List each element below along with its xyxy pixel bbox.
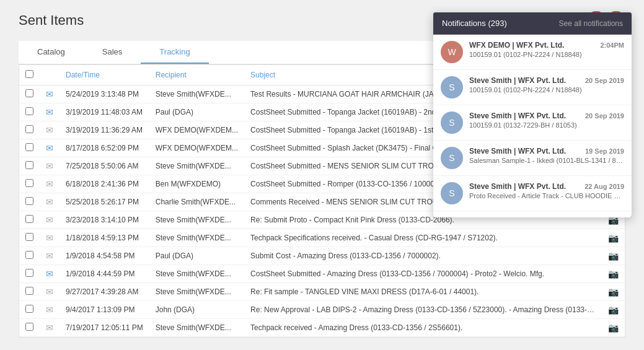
email-read-icon: ✉ bbox=[46, 125, 53, 135]
row-subject: CostSheet Submitted - Amazing Dress (013… bbox=[244, 265, 602, 283]
row-date: 6/18/2018 2:41:36 PM bbox=[60, 175, 149, 193]
tab-sales[interactable]: Sales bbox=[84, 41, 141, 64]
notif-sender-name: WFX DEMO | WFX Pvt. Ltd. bbox=[469, 41, 564, 50]
row-attach-icon-cell: 📷 bbox=[602, 319, 625, 337]
row-checkbox-cell bbox=[19, 247, 40, 265]
email-read-icon: ✉ bbox=[46, 323, 53, 333]
page-title: Sent Items bbox=[19, 12, 84, 28]
tab-tracking[interactable]: Tracking bbox=[141, 41, 208, 64]
col-date-header[interactable]: Date/Time bbox=[60, 65, 149, 85]
notif-sender-name: Steve Smith | WFX Pvt. Ltd. bbox=[469, 112, 566, 120]
row-attach-icon-cell: 📷 bbox=[602, 301, 625, 319]
camera-icon: 📷 bbox=[608, 269, 619, 279]
notif-time: 20 Sep 2019 bbox=[585, 77, 624, 84]
row-recipient: Steve Smith(WFXDE... bbox=[149, 229, 244, 247]
row-date: 5/25/2018 5:26:17 PM bbox=[60, 193, 149, 211]
row-email-icon-cell: ✉ bbox=[40, 211, 60, 229]
notif-body: Steve Smith | WFX Pvt. Ltd. 20 Sep 2019 … bbox=[469, 112, 624, 129]
row-checkbox[interactable] bbox=[25, 305, 33, 313]
row-checkbox[interactable] bbox=[25, 89, 33, 97]
notif-item[interactable]: S Steve Smith | WFX Pvt. Ltd. 20 Sep 201… bbox=[433, 105, 632, 141]
notif-avatar: S bbox=[441, 76, 463, 98]
row-checkbox[interactable] bbox=[25, 125, 33, 133]
notif-text: Proto Received - Article Track - CLUB HO… bbox=[469, 192, 624, 199]
row-subject: Techpack Specifications received. - Casu… bbox=[244, 229, 602, 247]
row-email-icon-cell: ✉ bbox=[40, 301, 60, 319]
row-email-icon-cell: ✉ bbox=[40, 319, 60, 337]
table-row[interactable]: ✉ 9/27/2017 4:39:28 AM Steve Smith(WFXDE… bbox=[19, 283, 625, 301]
row-checkbox[interactable] bbox=[25, 107, 33, 115]
row-checkbox-cell bbox=[19, 157, 40, 175]
email-read-icon: ✉ bbox=[46, 305, 53, 315]
row-attach-icon-cell: 📷 bbox=[602, 229, 625, 247]
table-row[interactable]: ✉ 1/9/2018 4:54:58 PM Paul (DGA) Submit … bbox=[19, 247, 625, 265]
notif-text: 100159.01 (0102-PN-2224 / N18848) bbox=[469, 51, 624, 58]
row-recipient: WFX DEMO(WFXDEM... bbox=[149, 139, 244, 157]
notif-avatar: S bbox=[441, 182, 463, 204]
table-row[interactable]: ✉ 9/4/2017 1:13:09 PM John (DGA) Re: New… bbox=[19, 301, 625, 319]
notif-sender-row: Steve Smith | WFX Pvt. Ltd. 19 Sep 2019 bbox=[469, 147, 624, 155]
notif-item[interactable]: S Steve Smith | WFX Pvt. Ltd. 20 Sep 201… bbox=[433, 70, 632, 105]
notif-item[interactable]: W WFX DEMO | WFX Pvt. Ltd. 2:04PM 100159… bbox=[433, 35, 632, 70]
row-checkbox[interactable] bbox=[25, 215, 33, 223]
email-unread-icon: ✉ bbox=[46, 107, 53, 117]
row-date: 3/19/2019 11:36:29 AM bbox=[60, 121, 149, 139]
row-checkbox-cell bbox=[19, 103, 40, 121]
notif-sender-name: Steve Smith | WFX Pvt. Ltd. bbox=[469, 76, 566, 85]
row-checkbox[interactable] bbox=[25, 179, 33, 187]
notif-time: 19 Sep 2019 bbox=[585, 147, 624, 155]
row-checkbox[interactable] bbox=[25, 269, 33, 277]
row-checkbox[interactable] bbox=[25, 143, 33, 151]
notif-item[interactable]: S Steve Smith | WFX Pvt. Ltd. 22 Aug 201… bbox=[433, 176, 632, 211]
row-date: 7/25/2018 5:50:06 AM bbox=[60, 157, 149, 175]
row-recipient: Steve Smith(WFXDE... bbox=[149, 157, 244, 175]
notif-item[interactable]: S Steve Smith | WFX Pvt. Ltd. 22 Aug 201… bbox=[433, 211, 632, 217]
row-attach-icon-cell: 📷 bbox=[602, 283, 625, 301]
row-date: 9/4/2017 1:13:09 PM bbox=[60, 301, 149, 319]
row-recipient: Steve Smith(WFXDE... bbox=[149, 283, 244, 301]
notif-text: Salesman Sample-1 - Ikkedi (0101-BLS-134… bbox=[469, 157, 624, 164]
row-checkbox[interactable] bbox=[25, 251, 33, 259]
row-email-icon-cell: ✉ bbox=[40, 175, 60, 193]
row-date: 1/9/2018 4:44:59 PM bbox=[60, 265, 149, 283]
notif-body: WFX DEMO | WFX Pvt. Ltd. 2:04PM 100159.0… bbox=[469, 41, 624, 58]
row-recipient: Steve Smith(WFXDE... bbox=[149, 85, 244, 103]
see-all-link[interactable]: See all notifications bbox=[559, 19, 623, 28]
select-all-checkbox[interactable] bbox=[25, 70, 33, 78]
row-checkbox-cell bbox=[19, 193, 40, 211]
row-checkbox[interactable] bbox=[25, 161, 33, 169]
notif-body: Steve Smith | WFX Pvt. Ltd. 19 Sep 2019 … bbox=[469, 147, 624, 164]
row-checkbox-cell bbox=[19, 265, 40, 283]
row-recipient: John (DGA) bbox=[149, 301, 244, 319]
camera-icon: 📷 bbox=[608, 305, 619, 315]
email-read-icon: ✉ bbox=[46, 161, 53, 171]
table-row[interactable]: ✉ 7/19/2017 12:05:11 PM Steve Smith(WFXD… bbox=[19, 319, 625, 337]
row-email-icon-cell: ✉ bbox=[40, 85, 60, 103]
row-date: 1/9/2018 4:54:58 PM bbox=[60, 247, 149, 265]
notif-item[interactable]: S Steve Smith | WFX Pvt. Ltd. 19 Sep 201… bbox=[433, 141, 632, 176]
row-subject: Techpack received - Amazing Dress (0133-… bbox=[244, 319, 602, 337]
row-checkbox[interactable] bbox=[25, 323, 33, 331]
row-date: 9/27/2017 4:39:28 AM bbox=[60, 283, 149, 301]
row-email-icon-cell: ✉ bbox=[40, 157, 60, 175]
row-checkbox[interactable] bbox=[25, 233, 33, 241]
row-checkbox-cell bbox=[19, 211, 40, 229]
row-email-icon-cell: ✉ bbox=[40, 229, 60, 247]
table-row[interactable]: ✉ 1/9/2018 4:44:59 PM Steve Smith(WFXDE.… bbox=[19, 265, 625, 283]
tab-catalog[interactable]: Catalog bbox=[19, 41, 84, 64]
notif-sender-row: WFX DEMO | WFX Pvt. Ltd. 2:04PM bbox=[469, 41, 624, 50]
row-checkbox[interactable] bbox=[25, 287, 33, 295]
notif-text: 100159.01 (0102-PN-2224 / N18848) bbox=[469, 86, 624, 94]
table-row[interactable]: ✉ 1/18/2018 4:59:13 PM Steve Smith(WFXDE… bbox=[19, 229, 625, 247]
notif-sender-row: Steve Smith | WFX Pvt. Ltd. 20 Sep 2019 bbox=[469, 76, 624, 85]
notif-body: Steve Smith | WFX Pvt. Ltd. 22 Aug 2019 … bbox=[469, 182, 624, 199]
col-check-header bbox=[19, 65, 40, 85]
row-checkbox[interactable] bbox=[25, 197, 33, 205]
row-email-icon-cell: ✉ bbox=[40, 139, 60, 157]
notif-time: 20 Sep 2019 bbox=[585, 112, 624, 120]
col-recipient-header[interactable]: Recipient bbox=[149, 65, 244, 85]
email-unread-icon: ✉ bbox=[46, 143, 53, 153]
email-unread-icon: ✉ bbox=[46, 89, 53, 99]
notif-title: Notifications (293) bbox=[442, 19, 507, 28]
row-recipient: WFX DEMO(WFXDEM... bbox=[149, 121, 244, 139]
